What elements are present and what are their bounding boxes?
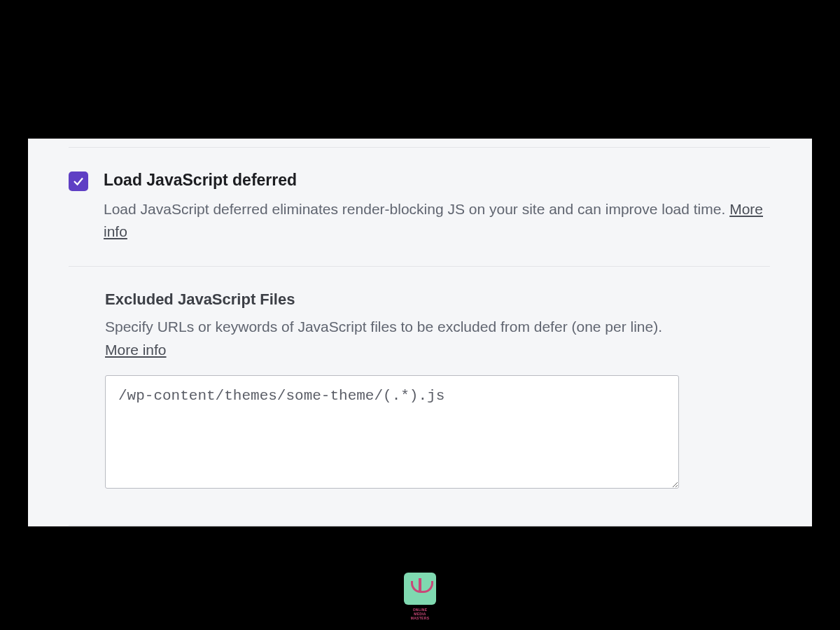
- site-logo-badge: ONLINEMEDIAMASTERS: [402, 573, 438, 623]
- panel-inner: Load JavaScript deferred Load JavaScript…: [28, 147, 812, 526]
- excluded-js-description: Specify URLs or keywords of JavaScript f…: [105, 316, 665, 361]
- checkmark-icon: [72, 175, 85, 188]
- excluded-js-textarea[interactable]: [105, 375, 679, 489]
- logo-icon: [404, 573, 436, 605]
- defer-js-option-row: Load JavaScript deferred Load JavaScript…: [69, 148, 770, 266]
- logo-text: ONLINEMEDIAMASTERS: [411, 608, 430, 620]
- excluded-js-more-info-link[interactable]: More info: [105, 342, 167, 358]
- settings-panel: Load JavaScript deferred Load JavaScript…: [28, 139, 812, 526]
- defer-js-title: Load JavaScript deferred: [104, 170, 770, 191]
- defer-js-text: Load JavaScript deferred Load JavaScript…: [104, 170, 770, 244]
- excluded-js-section: Excluded JavaScript Files Specify URLs o…: [69, 267, 770, 491]
- divider: [69, 525, 770, 526]
- defer-js-desc-text: Load JavaScript deferred eliminates rend…: [104, 201, 729, 217]
- checkbox-wrap: [69, 172, 88, 191]
- page-frame: Load JavaScript deferred Load JavaScript…: [0, 0, 840, 630]
- excluded-js-desc-text: Specify URLs or keywords of JavaScript f…: [105, 318, 662, 335]
- excluded-js-title: Excluded JavaScript Files: [105, 290, 770, 309]
- defer-js-checkbox[interactable]: [69, 172, 88, 191]
- defer-js-description: Load JavaScript deferred eliminates rend…: [104, 198, 770, 244]
